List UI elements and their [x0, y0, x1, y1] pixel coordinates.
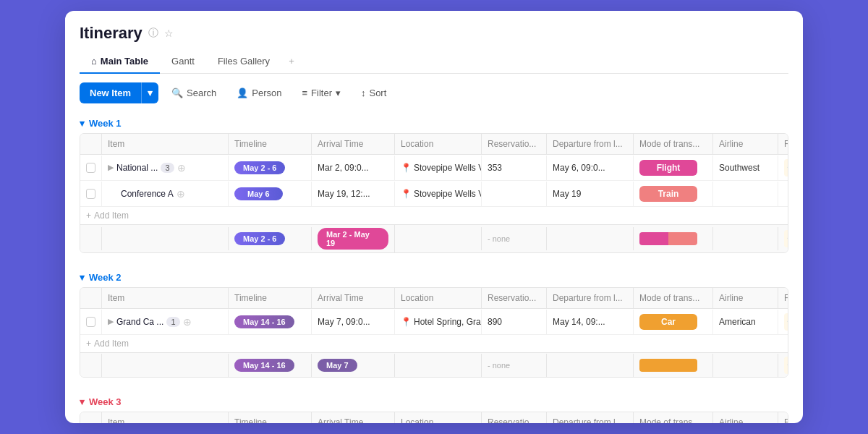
toolbar: New Item ▾ 🔍 Search 👤 Person ≡ Filter ▾ …	[65, 74, 803, 112]
table-row: ▶ National ... 3 ⊕ May 2 - 6 Mar 2, 09:0…	[80, 155, 788, 181]
cell-location: 📍 Stovepipe Wells Vill...	[395, 182, 482, 206]
col-mode: Mode of trans...	[634, 134, 713, 154]
search-button[interactable]: 🔍 Search	[164, 83, 224, 103]
col-departure: Departure from l...	[547, 134, 634, 154]
tab-files-gallery[interactable]: Files Gallery	[206, 50, 281, 74]
cell-departure: May 19	[547, 182, 634, 206]
add-item-icon: +	[86, 210, 91, 221]
tabs: ⌂ Main Table Gantt Files Gallery +	[80, 50, 788, 74]
tab-main-table[interactable]: ⌂ Main Table	[80, 50, 160, 74]
col-reservation: Reservatio...	[482, 134, 547, 154]
sum-timeline: May 2 - 6	[229, 227, 312, 250]
col-check	[80, 134, 102, 154]
sum-row: May 14 - 16 May 7 - none �	[80, 352, 788, 377]
cell-item-name: ▶ National ... 3 ⊕	[102, 156, 229, 180]
tab-gantt[interactable]: Gantt	[160, 50, 206, 74]
timeline-badge[interactable]: May 2 - 6	[234, 161, 285, 174]
week-2-table: Item Timeline Arrival Time Location Rese…	[80, 287, 788, 378]
week-1-collapse-icon: ▾	[80, 118, 85, 129]
add-subitem-icon[interactable]: ⊕	[176, 188, 185, 200]
new-item-dropdown-arrow[interactable]: ▾	[141, 82, 158, 103]
cell-check[interactable]	[80, 310, 102, 334]
col-location: Location	[395, 134, 482, 154]
tab-add[interactable]: +	[281, 50, 302, 73]
week-2-collapse-icon: ▾	[80, 272, 85, 283]
col-location: Location	[395, 288, 482, 308]
col-flight-doc: Flight do...	[778, 288, 788, 308]
add-item-row[interactable]: + Add Item	[80, 335, 788, 352]
mode-color-bar	[639, 359, 697, 372]
col-arrival: Arrival Time	[312, 134, 395, 154]
app-window: Itinerary ⓘ ☆ ⌂ Main Table Gantt Files G…	[65, 11, 803, 423]
cell-airline	[713, 182, 778, 206]
star-icon[interactable]: ☆	[164, 27, 174, 39]
col-airline: Airline	[713, 134, 778, 154]
cell-item-name: ▶ Grand Ca ... 1 ⊕	[102, 310, 229, 334]
col-airline: Airline	[713, 288, 778, 308]
col-arrival: Arrival Time	[312, 288, 395, 308]
cell-mode: Flight	[634, 156, 713, 180]
expand-icon[interactable]: ▶	[108, 163, 114, 172]
location-pin-icon: 📍	[401, 189, 412, 199]
cell-check[interactable]	[80, 156, 102, 180]
timeline-badge[interactable]: May 6	[234, 187, 283, 200]
week-3-table: Item Timeline Arrival Time Location Rese…	[80, 412, 788, 423]
mode-badge-car[interactable]: Car	[639, 314, 697, 330]
cell-arrival: Mar 2, 09:0...	[312, 156, 395, 180]
sum-mode	[634, 227, 713, 250]
person-icon: 👤	[237, 88, 248, 98]
add-item-row[interactable]: + Add Item	[80, 207, 788, 224]
week-3-col-headers: Item Timeline Arrival Time Location Rese…	[80, 412, 788, 423]
add-subitem-icon[interactable]: ⊕	[177, 162, 186, 174]
col-mode: Mode of trans...	[634, 288, 713, 308]
content: ▾ Week 1 Item Timeline Arrival Time Loca…	[65, 112, 803, 423]
col-departure: Departure from l...	[547, 288, 634, 308]
col-check	[80, 288, 102, 308]
sort-button[interactable]: ↕ Sort	[354, 83, 393, 103]
checkbox[interactable]	[86, 317, 95, 327]
checkbox[interactable]	[86, 189, 95, 199]
title-row: Itinerary ⓘ ☆	[80, 24, 788, 43]
filter-button[interactable]: ≡ Filter ▾	[294, 83, 347, 103]
info-icon[interactable]: ⓘ	[148, 27, 158, 40]
sum-reservation: - none	[482, 227, 547, 250]
cell-reservation: 890	[482, 310, 547, 334]
mode-badge-flight[interactable]: Flight	[639, 160, 697, 176]
expand-icon[interactable]: ▶	[108, 317, 114, 326]
sum-reservation: - none	[482, 354, 547, 377]
checkbox[interactable]	[86, 163, 95, 173]
cell-timeline: May 6	[229, 182, 312, 206]
cell-mode: Train	[634, 182, 713, 206]
timeline-badge[interactable]: May 14 - 16	[234, 315, 294, 328]
location-pin-icon: 📍	[401, 163, 412, 173]
flight-doc-sum-icon: 🛫	[784, 230, 788, 247]
mode-badge-train[interactable]: Train	[639, 186, 697, 202]
cell-flight-doc: 🛫	[778, 310, 788, 334]
sum-flight-doc: 🛫	[778, 227, 788, 250]
cell-airline: Southwest	[713, 156, 778, 180]
cell-check[interactable]	[80, 182, 102, 206]
week-3-group: ▾ Week 3 Item Timeline Arrival Time Loca…	[80, 391, 788, 423]
cell-arrival: May 19, 12:...	[312, 182, 395, 206]
filter-icon: ≡	[302, 88, 307, 98]
person-button[interactable]: 👤 Person	[229, 83, 289, 103]
week-3-header[interactable]: ▾ Week 3	[80, 391, 788, 412]
cell-arrival: May 7, 09:0...	[312, 310, 395, 334]
table-row: ▶ Grand Ca ... 1 ⊕ May 14 - 16 May 7, 09…	[80, 309, 788, 335]
page-title: Itinerary	[80, 24, 142, 43]
add-subitem-icon[interactable]: ⊕	[183, 316, 192, 328]
col-timeline: Timeline	[229, 288, 312, 308]
cell-flight-doc: 🛫	[778, 156, 788, 180]
filter-dropdown-icon: ▾	[336, 88, 341, 98]
sum-row: May 2 - 6 Mar 2 - May 19 - none	[80, 224, 788, 252]
week-2-header[interactable]: ▾ Week 2	[80, 266, 788, 287]
sum-mode	[634, 354, 713, 377]
cell-timeline: May 2 - 6	[229, 156, 312, 180]
cell-location: 📍 Stovepipe Wells Vill...	[395, 156, 482, 180]
flight-doc-icon[interactable]: 🛫	[784, 313, 788, 331]
new-item-button[interactable]: New Item ▾	[80, 82, 158, 103]
search-icon: 🔍	[171, 88, 183, 98]
week-1-header[interactable]: ▾ Week 1	[80, 112, 788, 133]
home-icon: ⌂	[91, 56, 97, 67]
flight-doc-icon[interactable]: 🛫	[784, 159, 788, 176]
